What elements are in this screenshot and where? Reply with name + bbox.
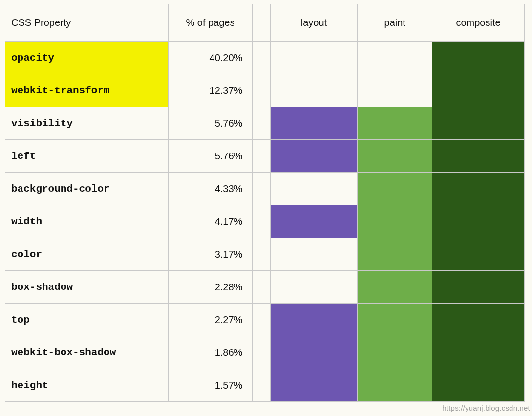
cell-percent: 4.17%	[168, 205, 253, 238]
cell-percent: 1.86%	[168, 336, 253, 369]
cell-spacer	[253, 205, 270, 238]
cell-percent: 2.28%	[168, 271, 253, 304]
cell-property: box-shadow	[5, 271, 169, 304]
cell-paint	[358, 173, 432, 205]
table-row: width4.17%	[5, 205, 525, 238]
cell-layout	[270, 74, 358, 107]
cell-spacer	[253, 369, 270, 402]
cell-layout	[270, 173, 358, 205]
cell-composite	[432, 107, 525, 140]
table-row: webkit-transform12.37%	[5, 74, 525, 107]
col-header-spacer	[253, 4, 270, 42]
table-header-row: CSS Property % of pages layout paint com…	[5, 4, 525, 42]
cell-layout	[270, 107, 358, 140]
table-row: color3.17%	[5, 238, 525, 271]
cell-composite	[432, 369, 525, 402]
cell-spacer	[253, 271, 270, 304]
cell-property: webkit-transform	[5, 74, 169, 107]
col-header-property: CSS Property	[5, 4, 169, 42]
cell-percent: 4.33%	[168, 173, 253, 205]
cell-paint	[358, 304, 432, 336]
cell-composite	[432, 173, 525, 205]
cell-paint	[358, 205, 432, 238]
cell-spacer	[253, 336, 270, 369]
table-row: top2.27%	[5, 304, 525, 336]
cell-composite	[432, 304, 525, 336]
cell-percent: 2.27%	[168, 304, 253, 336]
table-row: visibility5.76%	[5, 107, 525, 140]
table-row: webkit-box-shadow1.86%	[5, 336, 525, 369]
cell-layout	[270, 205, 358, 238]
cell-composite	[432, 74, 525, 107]
cell-layout	[270, 271, 358, 304]
table-row: background-color4.33%	[5, 173, 525, 205]
cell-percent: 1.57%	[168, 369, 253, 402]
cell-spacer	[253, 238, 270, 271]
cell-percent: 12.37%	[168, 74, 253, 107]
cell-property: height	[5, 369, 169, 402]
cell-percent: 5.76%	[168, 140, 253, 173]
cell-property: visibility	[5, 107, 169, 140]
cell-layout	[270, 42, 358, 74]
col-header-layout: layout	[270, 4, 358, 42]
cell-composite	[432, 271, 525, 304]
table-row: box-shadow2.28%	[5, 271, 525, 304]
cell-spacer	[253, 74, 270, 107]
cell-layout	[270, 304, 358, 336]
cell-composite	[432, 205, 525, 238]
cell-layout	[270, 238, 358, 271]
watermark-text: https://yuanj.blog.csdn.net	[442, 404, 530, 412]
css-property-table: CSS Property % of pages layout paint com…	[5, 4, 525, 402]
cell-property: background-color	[5, 173, 169, 205]
cell-spacer	[253, 304, 270, 336]
cell-percent: 40.20%	[168, 42, 253, 74]
cell-composite	[432, 336, 525, 369]
col-header-percent: % of pages	[168, 4, 253, 42]
cell-composite	[432, 238, 525, 271]
cell-composite	[432, 140, 525, 173]
cell-property: top	[5, 304, 169, 336]
cell-paint	[358, 271, 432, 304]
cell-paint	[358, 238, 432, 271]
cell-spacer	[253, 140, 270, 173]
cell-spacer	[253, 42, 270, 74]
cell-paint	[358, 74, 432, 107]
cell-paint	[358, 336, 432, 369]
cell-property: left	[5, 140, 169, 173]
cell-paint	[358, 42, 432, 74]
cell-layout	[270, 140, 358, 173]
cell-layout	[270, 336, 358, 369]
cell-property: webkit-box-shadow	[5, 336, 169, 369]
cell-spacer	[253, 107, 270, 140]
table-row: height1.57%	[5, 369, 525, 402]
cell-composite	[432, 42, 525, 74]
cell-paint	[358, 369, 432, 402]
cell-paint	[358, 107, 432, 140]
cell-property: color	[5, 238, 169, 271]
cell-percent: 5.76%	[168, 107, 253, 140]
cell-property: opacity	[5, 42, 169, 74]
cell-paint	[358, 140, 432, 173]
cell-layout	[270, 369, 358, 402]
cell-percent: 3.17%	[168, 238, 253, 271]
col-header-paint: paint	[358, 4, 432, 42]
cell-spacer	[253, 173, 270, 205]
table-row: left5.76%	[5, 140, 525, 173]
cell-property: width	[5, 205, 169, 238]
table-row: opacity40.20%	[5, 42, 525, 74]
col-header-composite: composite	[432, 4, 525, 42]
